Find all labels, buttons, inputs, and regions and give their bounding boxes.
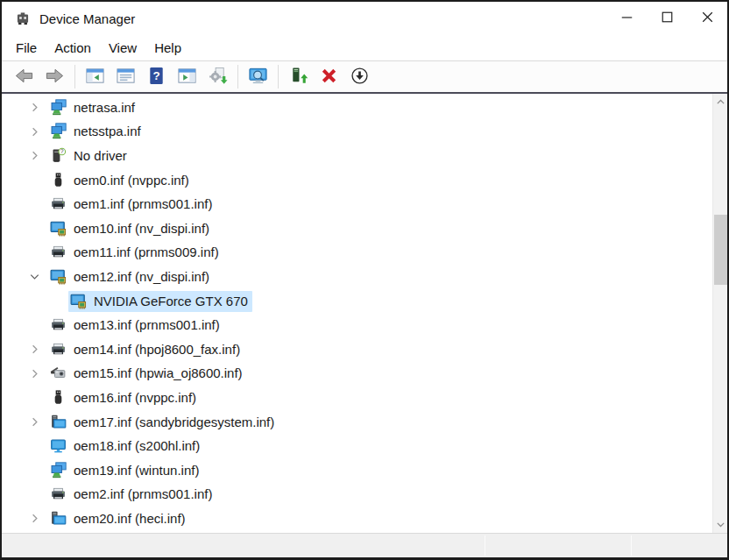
scrollbar-down-icon[interactable] — [713, 517, 727, 532]
disable-device-button[interactable] — [347, 64, 372, 90]
chevron-spacer — [27, 464, 41, 478]
tree-item[interactable]: oem16.inf (nvppc.inf) — [2, 386, 712, 410]
tree-item[interactable]: oem13.inf (prnms001.inf) — [2, 313, 712, 337]
tree-item-content[interactable]: oem16.inf (nvppc.inf) — [48, 387, 201, 408]
vertical-scrollbar[interactable] — [712, 94, 727, 533]
uninstall-device-icon — [319, 66, 339, 89]
status-bar-divider — [485, 535, 485, 556]
maximize-button[interactable] — [647, 2, 687, 35]
action-pane-icon — [177, 66, 197, 89]
tree-item[interactable]: oem20.inf (heci.inf) — [2, 507, 712, 531]
tree-item-label: oem0.inf (nvppc.inf) — [74, 173, 189, 188]
menu-view[interactable]: View — [109, 40, 137, 55]
chevron-spacer — [27, 245, 41, 259]
usb-device-icon — [50, 389, 67, 406]
network-adapter-icon — [50, 462, 67, 478]
scan-hardware-changes-button[interactable] — [205, 64, 230, 90]
action-pane-button[interactable] — [174, 64, 200, 90]
display-adapter-icon — [50, 220, 67, 237]
update-driver-button[interactable] — [286, 64, 311, 90]
chevron-right-icon[interactable] — [27, 101, 41, 115]
tree-item-label: netsstpa.inf — [74, 124, 141, 138]
status-bar — [2, 533, 727, 557]
display-adapter-icon — [50, 268, 67, 285]
scrollbar-up-icon[interactable] — [713, 95, 727, 110]
tree-item-label: oem16.inf (nvppc.inf) — [74, 390, 196, 405]
tree-item-label: oem12.inf (nv_dispi.inf) — [74, 269, 209, 284]
chevron-right-icon[interactable] — [27, 149, 41, 163]
device-tree-pane: netrasa.infnetsstpa.inf?No driveroem0.in… — [2, 94, 727, 533]
tree-item-content[interactable]: oem18.inf (s200hl.inf) — [48, 436, 204, 457]
properties-icon — [116, 66, 136, 89]
forward-button[interactable] — [42, 64, 67, 90]
chevron-right-icon[interactable] — [27, 415, 41, 429]
tree-item[interactable]: oem0.inf (nvppc.inf) — [2, 168, 712, 193]
close-button[interactable] — [687, 2, 727, 35]
scrollbar-thumb[interactable] — [714, 215, 727, 285]
status-bar-divider — [631, 535, 632, 556]
tree-item-content[interactable]: oem2.inf (prnms001.inf) — [48, 484, 216, 505]
back-button[interactable] — [11, 64, 37, 90]
system-device-icon — [50, 414, 67, 430]
tree-item[interactable]: oem15.inf (hpwia_oj8600.inf) — [2, 362, 712, 386]
tree-item-content[interactable]: oem12.inf (nv_dispi.inf) — [48, 266, 214, 287]
toolbar-separator — [74, 65, 75, 89]
menu-help[interactable]: Help — [154, 40, 181, 55]
chevron-right-icon[interactable] — [27, 512, 41, 526]
properties-button[interactable] — [113, 64, 138, 90]
tree-item[interactable]: oem2.inf (prnms001.inf) — [2, 483, 712, 507]
tree-item-content[interactable]: NVIDIA GeForce GTX 670 — [68, 291, 252, 312]
back-arrow-icon — [14, 66, 34, 89]
chevron-down-icon[interactable] — [27, 270, 41, 284]
disable-device-icon — [350, 66, 370, 89]
chevron-right-icon[interactable] — [27, 366, 41, 380]
network-adapter-icon — [50, 99, 67, 116]
tree-item-content[interactable]: ?No driver — [48, 145, 131, 167]
tree-item[interactable]: netsstpa.inf — [2, 120, 712, 145]
show-console-tree-button[interactable] — [82, 64, 108, 90]
chevron-spacer — [27, 197, 41, 211]
remote-computer-button[interactable] — [245, 64, 271, 90]
tree-item-content[interactable]: oem19.inf (wintun.inf) — [48, 460, 203, 481]
tree-item-content[interactable]: oem1.inf (prnms001.inf) — [48, 194, 216, 215]
tree-item-content[interactable]: oem20.inf (heci.inf) — [48, 508, 190, 529]
menu-bar: FileActionViewHelp — [2, 35, 727, 60]
tree-item[interactable]: ?No driver — [2, 144, 712, 168]
tree-item[interactable]: oem14.inf (hpoj8600_fax.inf) — [2, 337, 712, 362]
tree-item-content[interactable]: oem0.inf (nvppc.inf) — [48, 170, 194, 191]
device-manager-icon — [15, 11, 31, 26]
tree-item[interactable]: oem12.inf (nv_dispi.inf) — [2, 265, 712, 289]
menu-file[interactable]: File — [16, 40, 37, 55]
printer-icon — [50, 195, 67, 212]
svg-text:?: ? — [60, 148, 64, 154]
chevron-right-icon[interactable] — [27, 124, 41, 138]
menu-action[interactable]: Action — [54, 40, 91, 55]
tree-item[interactable]: oem10.inf (nv_dispi.inf) — [2, 216, 712, 241]
tree-item[interactable]: oem19.inf (wintun.inf) — [2, 458, 712, 483]
minimize-icon — [617, 7, 637, 30]
tree-item-content[interactable]: oem15.inf (hpwia_oj8600.inf) — [48, 363, 247, 384]
tree-item[interactable]: NVIDIA GeForce GTX 670 — [2, 289, 712, 314]
tree-item[interactable]: oem1.inf (prnms001.inf) — [2, 192, 712, 216]
tree-item-content[interactable]: netrasa.inf — [48, 97, 139, 118]
remote-monitor-icon — [248, 66, 268, 89]
tree-item-content[interactable]: oem17.inf (sandybridgesystem.inf) — [48, 412, 279, 433]
tree-item-content[interactable]: oem13.inf (prnms001.inf) — [48, 315, 224, 336]
tree-item-content[interactable]: oem11.inf (prnms009.inf) — [48, 242, 223, 263]
chevron-right-icon[interactable] — [27, 343, 41, 357]
tree-item-content[interactable]: netsstpa.inf — [48, 121, 145, 142]
tree-item[interactable]: oem11.inf (prnms009.inf) — [2, 241, 712, 266]
tree-item-label: oem10.inf (nv_dispi.inf) — [74, 221, 209, 236]
minimize-button[interactable] — [606, 2, 647, 35]
tree-item[interactable]: netrasa.inf — [2, 96, 712, 120]
uninstall-device-button[interactable] — [316, 64, 342, 90]
chevron-spacer — [27, 487, 41, 501]
tree-item[interactable]: oem18.inf (s200hl.inf) — [2, 434, 712, 458]
help-button[interactable]: ? — [144, 64, 169, 90]
tree-item-content[interactable]: oem10.inf (nv_dispi.inf) — [48, 218, 214, 239]
tree-item-label: oem13.inf (prnms001.inf) — [74, 317, 220, 332]
tree-item-content[interactable]: oem14.inf (hpoj8600_fax.inf) — [48, 339, 244, 360]
tree-item[interactable]: oem17.inf (sandybridgesystem.inf) — [2, 410, 712, 435]
tree-item-label: oem19.inf (wintun.inf) — [74, 463, 199, 478]
tree-item-label: No driver — [74, 148, 127, 163]
